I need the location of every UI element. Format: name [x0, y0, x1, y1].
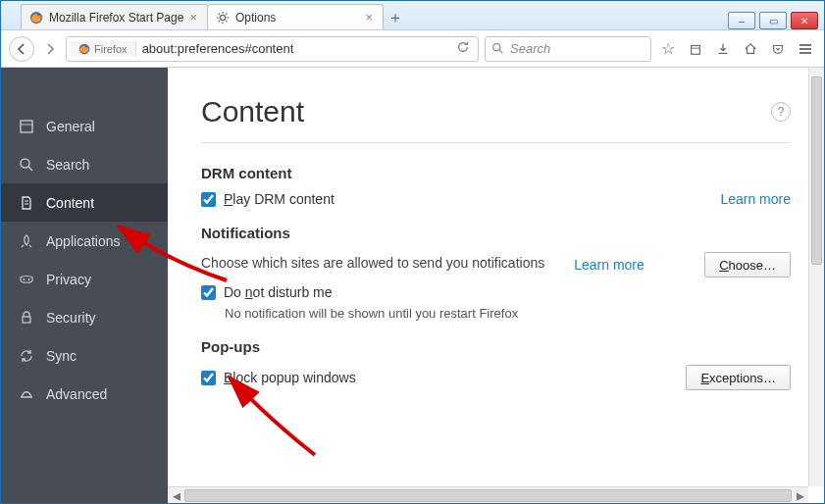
sidebar-item-advanced[interactable]: Advanced	[1, 375, 168, 413]
back-button[interactable]	[9, 36, 34, 62]
help-icon[interactable]: ?	[771, 102, 791, 122]
search-bar[interactable]: Search	[485, 36, 651, 62]
sidebar-item-label: General	[46, 119, 95, 134]
scroll-left-icon[interactable]: ◂	[168, 487, 184, 504]
firefox-icon	[29, 11, 43, 25]
do-not-disturb-checkbox[interactable]	[201, 285, 216, 300]
close-icon[interactable]: ×	[365, 10, 373, 25]
home-icon[interactable]	[740, 38, 761, 60]
horizontal-scrollbar[interactable]: ◂ ▸	[168, 486, 808, 503]
sidebar-item-privacy[interactable]: Privacy	[1, 260, 168, 298]
block-popups-checkbox[interactable]	[201, 371, 216, 385]
svg-point-1	[220, 15, 225, 20]
svg-line-9	[226, 13, 227, 14]
svg-rect-26	[23, 317, 30, 323]
tab-strip: Mozilla Firefox Start Page × Options × ＋	[21, 2, 408, 29]
svg-line-6	[219, 13, 220, 14]
sync-icon	[19, 348, 34, 364]
firefox-icon	[78, 43, 90, 55]
reload-button[interactable]	[452, 40, 474, 57]
preferences-main: Content ? DRM content Play DRM content L…	[168, 68, 824, 503]
menu-icon[interactable]	[795, 38, 816, 60]
downloads-icon[interactable]	[712, 38, 734, 60]
sidebar-item-label: Sync	[46, 348, 77, 364]
pocket-icon[interactable]	[767, 38, 789, 60]
divider	[201, 142, 791, 143]
block-popups-label: Block popup windows	[224, 370, 356, 385]
content-area: GeneralSearchContentApplicationsPrivacyS…	[1, 68, 824, 503]
close-icon[interactable]: ×	[189, 10, 197, 25]
sidebar-item-security[interactable]: Security	[1, 298, 168, 336]
sidebar-item-general[interactable]: General	[1, 107, 168, 145]
url-text: about:preferences#content	[142, 41, 446, 56]
sidebar-item-sync[interactable]: Sync	[1, 336, 168, 375]
scrollbar-thumb[interactable]	[184, 489, 792, 502]
svg-point-11	[493, 44, 500, 51]
sidebar-item-applications[interactable]: Applications	[1, 222, 168, 260]
minimize-button[interactable]: –	[728, 12, 755, 29]
window-controls: – ▭ ✕	[728, 8, 824, 29]
sidebar-item-label: Content	[46, 195, 94, 211]
sidebar-item-content[interactable]: Content	[1, 183, 168, 222]
panel-icon	[19, 119, 34, 134]
preferences-sidebar: GeneralSearchContentApplicationsPrivacyS…	[1, 68, 168, 503]
close-button[interactable]: ✕	[791, 12, 818, 29]
do-not-disturb-label: Do not disturb me	[224, 284, 333, 300]
svg-line-7	[226, 21, 227, 22]
search-placeholder: Search	[510, 41, 550, 56]
nav-toolbar: Firefox about:preferences#content Search…	[1, 30, 824, 68]
svg-rect-13	[692, 45, 700, 54]
section-drm-heading: DRM content	[201, 165, 791, 181]
search-icon	[19, 157, 34, 173]
svg-point-20	[21, 159, 29, 168]
do-not-disturb-sub: No notification will be shown until you …	[225, 306, 791, 321]
lock-icon	[19, 310, 34, 326]
tab-label: Options	[235, 11, 276, 25]
rocket-icon	[19, 233, 34, 249]
svg-line-12	[499, 50, 502, 53]
svg-line-21	[28, 167, 32, 171]
hat-icon	[19, 386, 34, 402]
sidebar-item-label: Security	[46, 310, 96, 326]
tab-start-page[interactable]: Mozilla Firefox Start Page ×	[21, 4, 208, 29]
vertical-scrollbar[interactable]	[808, 68, 824, 486]
maximize-button[interactable]: ▭	[759, 12, 787, 29]
tab-options[interactable]: Options ×	[207, 4, 384, 29]
identity-box[interactable]: Firefox	[71, 41, 136, 57]
exceptions-button[interactable]: Exceptions…	[686, 365, 791, 390]
library-icon[interactable]	[685, 38, 706, 60]
svg-rect-18	[21, 121, 32, 132]
choose-button[interactable]: Choose…	[704, 252, 791, 277]
notifications-desc: Choose which sites are allowed to send y…	[201, 255, 544, 271]
scroll-right-icon[interactable]: ▸	[792, 487, 808, 504]
sidebar-item-label: Search	[46, 157, 89, 173]
sidebar-item-label: Applications	[46, 233, 121, 249]
document-icon	[19, 195, 34, 211]
section-notifications-heading: Notifications	[201, 225, 791, 241]
play-drm-label: Play DRM content	[224, 191, 335, 207]
svg-line-8	[219, 21, 220, 22]
sidebar-item-search[interactable]: Search	[1, 145, 168, 183]
mask-icon	[19, 272, 34, 287]
bookmark-star-icon[interactable]: ☆	[657, 38, 679, 60]
svg-point-24	[24, 278, 26, 280]
drm-learn-more-link[interactable]: Learn more	[720, 191, 791, 207]
forward-button[interactable]	[40, 36, 60, 62]
new-tab-button[interactable]: ＋	[383, 6, 408, 29]
play-drm-checkbox[interactable]	[201, 192, 216, 207]
url-bar[interactable]: Firefox about:preferences#content	[66, 36, 479, 62]
window-frame: Mozilla Firefox Start Page × Options × ＋…	[0, 0, 825, 504]
svg-point-25	[28, 278, 30, 280]
sidebar-item-label: Advanced	[46, 386, 107, 402]
tab-label: Mozilla Firefox Start Page	[49, 11, 183, 25]
search-icon	[491, 42, 504, 55]
sidebar-item-label: Privacy	[46, 272, 91, 287]
notifications-learn-more-link[interactable]: Learn more	[574, 257, 645, 273]
page-title: Content ?	[201, 95, 791, 128]
section-popups-heading: Pop-ups	[201, 338, 791, 355]
gear-icon	[216, 11, 230, 25]
titlebar: Mozilla Firefox Start Page × Options × ＋…	[1, 1, 824, 30]
scrollbar-thumb[interactable]	[811, 76, 822, 265]
